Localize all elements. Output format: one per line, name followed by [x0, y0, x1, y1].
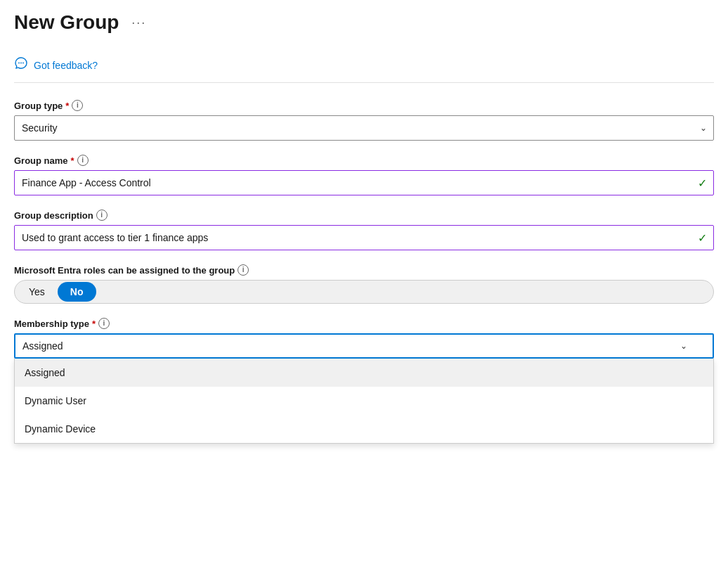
- group-name-check-icon: ✓: [698, 176, 707, 190]
- membership-chevron-icon: ⌄: [680, 341, 687, 351]
- group-type-dropdown[interactable]: Security ⌄: [14, 115, 714, 141]
- group-description-info-icon[interactable]: i: [96, 210, 108, 221]
- entra-roles-label: Microsoft Entra roles can be assigned to…: [14, 264, 714, 276]
- group-description-input-wrapper: ✓: [14, 225, 714, 250]
- feedback-bar: Got feedback?: [14, 48, 714, 83]
- feedback-icon: [14, 56, 28, 74]
- page-title: New Group: [14, 11, 119, 34]
- feedback-link[interactable]: Got feedback?: [34, 60, 98, 71]
- svg-point-2: [22, 63, 24, 64]
- membership-type-dropdown-menu: Assigned Dynamic User Dynamic Device: [14, 359, 714, 444]
- group-type-section: Group type * i Security ⌄: [14, 100, 714, 141]
- entra-roles-toggle[interactable]: Yes No: [14, 280, 714, 304]
- membership-type-label: Membership type * i: [14, 318, 714, 329]
- group-type-select[interactable]: Security: [14, 115, 714, 141]
- page-header: New Group ···: [14, 11, 714, 34]
- membership-type-info-icon[interactable]: i: [98, 318, 110, 329]
- required-indicator: *: [65, 101, 69, 111]
- entra-roles-yes-option[interactable]: Yes: [16, 282, 58, 302]
- group-description-label: Group description i: [14, 210, 714, 221]
- page-container: New Group ··· Got feedback? Group type *…: [0, 0, 728, 585]
- group-name-input-wrapper: ✓: [14, 170, 714, 195]
- required-indicator: *: [71, 155, 74, 166]
- membership-type-dropdown-wrapper: Assigned ⌄ Assigned Dynamic User Dynamic…: [14, 333, 714, 359]
- entra-roles-no-option[interactable]: No: [58, 282, 96, 302]
- group-description-check-icon: ✓: [698, 231, 707, 245]
- membership-type-section: Membership type * i Assigned ⌄ Assigned …: [14, 318, 714, 359]
- group-name-section: Group name * i ✓: [14, 155, 714, 195]
- entra-roles-section: Microsoft Entra roles can be assigned to…: [14, 264, 714, 304]
- dropdown-item-dynamic-user[interactable]: Dynamic User: [15, 387, 713, 415]
- required-indicator: *: [92, 319, 96, 329]
- group-type-label: Group type * i: [14, 100, 714, 111]
- membership-type-select[interactable]: Assigned ⌄: [14, 333, 714, 359]
- group-type-info-icon[interactable]: i: [72, 100, 83, 111]
- ellipsis-menu-button[interactable]: ···: [127, 13, 150, 33]
- group-name-label: Group name * i: [14, 155, 714, 166]
- dropdown-item-assigned[interactable]: Assigned: [15, 359, 713, 387]
- entra-roles-info-icon[interactable]: i: [238, 264, 249, 276]
- group-description-section: Group description i ✓: [14, 210, 714, 250]
- svg-point-1: [20, 63, 22, 64]
- group-name-info-icon[interactable]: i: [77, 155, 89, 166]
- group-description-input[interactable]: [14, 225, 714, 250]
- group-name-input[interactable]: [14, 170, 714, 195]
- svg-point-0: [18, 63, 20, 64]
- dropdown-item-dynamic-device[interactable]: Dynamic Device: [15, 415, 713, 443]
